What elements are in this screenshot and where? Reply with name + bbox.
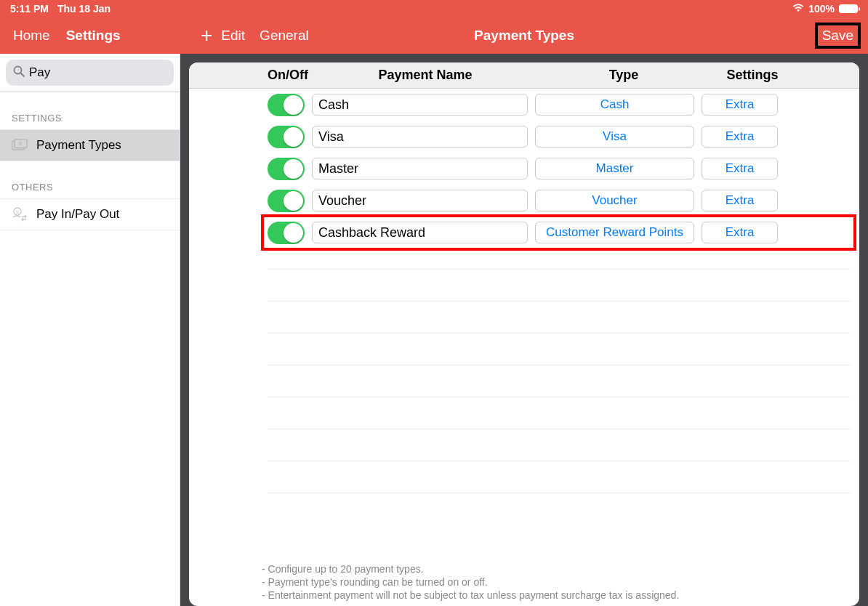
th-name: Payment Name [316,68,535,83]
topbar: Home Settings + Edit General Payment Typ… [0,17,868,54]
payment-row: VisaExtra [189,121,859,153]
footer-hint: - Configure up to 20 payment types. - Pa… [262,562,845,602]
toggle-switch[interactable] [268,94,305,116]
battery-icon [839,4,858,13]
footer-line: - Payment type's rounding can be turned … [262,575,845,589]
sidebar-item-label: Pay In/Pay Out [36,207,119,222]
type-button[interactable]: Visa [535,126,694,148]
svg-line-1 [21,73,25,77]
panel: On/Off Payment Name Type Settings CashEx… [189,62,859,606]
sidebar-item-pay-in-out[interactable]: $ Pay In/Pay Out [0,198,180,230]
svg-text:$: $ [19,141,22,146]
nav-settings[interactable]: Settings [66,28,121,44]
nav-home[interactable]: Home [13,28,50,44]
section-header-settings: SETTINGS [0,92,180,129]
empty-row [268,429,851,461]
empty-row [268,301,851,333]
sidebar-item-label: Payment Types [36,138,121,153]
pay-in-out-icon: $ [12,206,28,222]
status-date: Thu 18 Jan [57,3,110,15]
payment-row: MasterExtra [189,153,859,185]
toggle-switch[interactable] [268,190,305,212]
add-icon[interactable]: + [201,24,212,47]
type-button[interactable]: Customer Reward Points [535,222,694,243]
settings-button[interactable]: Extra [702,222,778,243]
content-area: On/Off Payment Name Type Settings CashEx… [180,54,868,606]
payment-name-input[interactable] [312,222,528,243]
footer-line: - Entertainment payment will not be subj… [262,589,845,602]
general-link[interactable]: General [260,28,309,44]
footer-line: - Configure up to 20 payment types. [262,562,845,575]
th-onoff: On/Off [268,68,308,83]
payment-row: CashExtra [189,89,859,121]
section-header-others: OTHERS [0,161,180,198]
table-header: On/Off Payment Name Type Settings [189,62,859,89]
toggle-switch[interactable] [268,126,305,148]
search-icon [13,65,25,80]
payment-name-input[interactable] [312,94,528,116]
sidebar-item-payment-types[interactable]: $ Payment Types [0,129,180,161]
svg-text:$: $ [16,210,19,214]
payment-types-icon: $ [12,137,28,153]
toggle-switch[interactable] [268,222,305,244]
sidebar: ✕ SETTINGS $ Payment Types OTHERS $ Pay … [0,54,180,606]
status-time: 5:11 PM [10,3,49,15]
empty-row [268,333,851,365]
search-box[interactable]: ✕ [6,60,174,86]
payment-row: VoucherExtra [189,185,859,217]
type-button[interactable]: Voucher [535,190,694,211]
wifi-icon [792,3,804,15]
settings-button[interactable]: Extra [702,126,778,148]
settings-button[interactable]: Extra [702,158,778,179]
edit-button[interactable]: Edit [221,28,245,44]
empty-row [268,397,851,429]
payment-row: Customer Reward PointsExtra [189,217,859,249]
status-bar: 5:11 PM Thu 18 Jan 100% [0,0,868,17]
empty-row [268,269,851,301]
payment-name-input[interactable] [312,158,528,179]
settings-button[interactable]: Extra [702,94,778,116]
empty-row [268,365,851,397]
empty-row [268,461,851,493]
th-settings: Settings [712,68,792,83]
type-button[interactable]: Cash [535,94,694,116]
toggle-switch[interactable] [268,158,305,180]
payment-name-input[interactable] [312,190,528,211]
payment-name-input[interactable] [312,126,528,148]
type-button[interactable]: Master [535,158,694,179]
empty-row [268,493,851,525]
page-title: Payment Types [474,28,574,44]
settings-button[interactable]: Extra [702,190,778,211]
battery-percent: 100% [808,3,835,15]
search-input[interactable] [29,65,183,80]
save-button[interactable]: Save [815,23,861,49]
th-type: Type [542,68,705,83]
